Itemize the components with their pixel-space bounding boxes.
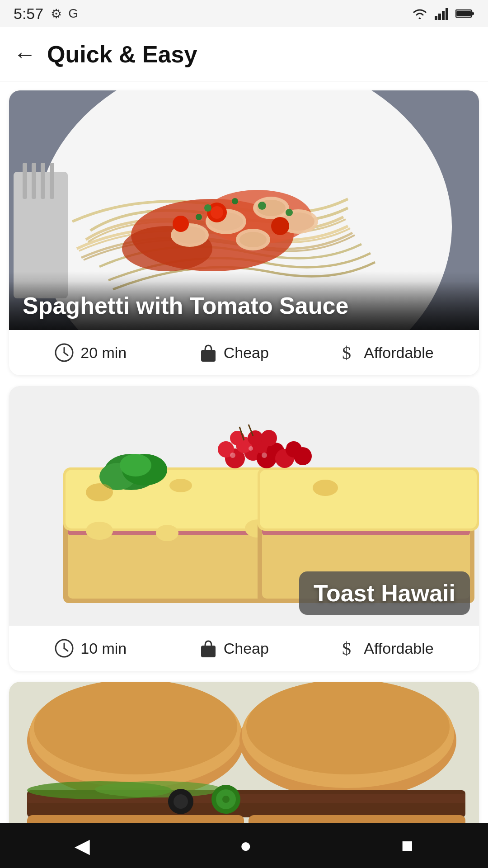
signal-icon bbox=[435, 7, 449, 20]
svg-point-92 bbox=[34, 682, 237, 774]
svg-point-73 bbox=[261, 430, 277, 446]
status-icons-right bbox=[411, 7, 474, 20]
svg-point-35 bbox=[196, 214, 202, 220]
svg-point-78 bbox=[249, 446, 253, 451]
svg-point-32 bbox=[204, 204, 211, 212]
status-time: 5:57 bbox=[14, 5, 43, 23]
meta-time-spaghetti: 20 min bbox=[54, 343, 127, 363]
svg-point-72 bbox=[230, 431, 244, 445]
meta-price-toast: $ Affordable bbox=[341, 638, 433, 658]
page-title: Quick & Easy bbox=[47, 41, 197, 68]
svg-rect-5 bbox=[472, 12, 474, 15]
bottom-nav: ◀ ● ■ bbox=[0, 823, 488, 868]
svg-point-34 bbox=[258, 202, 266, 210]
svg-point-82 bbox=[169, 479, 192, 492]
svg-point-95 bbox=[246, 682, 450, 774]
nav-home-button[interactable]: ● bbox=[239, 834, 252, 857]
svg-rect-41 bbox=[201, 350, 216, 362]
recipe-image-spaghetti: Spaghetti with Tomato Sauce bbox=[9, 90, 479, 330]
svg-point-50 bbox=[86, 522, 113, 540]
scroll-area: Spaghetti with Tomato Sauce 20 min bbox=[0, 81, 488, 854]
svg-rect-57 bbox=[260, 470, 477, 528]
recipe-card-toast[interactable]: Toast Hawaii 10 min C bbox=[9, 386, 479, 671]
status-left: 5:57 ⚙ G bbox=[14, 5, 78, 23]
svg-point-33 bbox=[232, 198, 238, 204]
recipe-image-toast: Toast Hawaii bbox=[9, 386, 479, 626]
cards-container: Spaghetti with Tomato Sauce 20 min bbox=[0, 81, 488, 854]
nav-recents-button[interactable]: ■ bbox=[401, 834, 413, 857]
svg-point-36 bbox=[286, 209, 293, 216]
recipe-card-spaghetti[interactable]: Spaghetti with Tomato Sauce 20 min bbox=[9, 90, 479, 375]
svg-rect-12 bbox=[32, 163, 36, 199]
svg-rect-1 bbox=[438, 14, 441, 20]
recipe-image-burger bbox=[9, 682, 479, 844]
svg-point-31 bbox=[173, 216, 189, 232]
recipe-meta-toast: 10 min Cheap $ Affordable bbox=[9, 626, 479, 671]
dollar-icon-toast: $ bbox=[341, 638, 357, 658]
wifi-icon bbox=[411, 7, 428, 20]
svg-line-86 bbox=[64, 648, 68, 651]
svg-text:$: $ bbox=[342, 638, 351, 658]
svg-point-83 bbox=[313, 480, 338, 496]
svg-point-61 bbox=[120, 454, 151, 476]
svg-point-80 bbox=[282, 444, 287, 448]
bag-icon bbox=[199, 343, 217, 363]
svg-rect-11 bbox=[23, 163, 27, 199]
meta-cost-toast: Cheap bbox=[199, 638, 269, 658]
svg-point-79 bbox=[262, 453, 267, 458]
svg-line-40 bbox=[64, 353, 68, 355]
svg-rect-0 bbox=[435, 16, 437, 20]
settings-icon: ⚙ bbox=[51, 6, 62, 21]
dollar-icon: $ bbox=[341, 343, 357, 363]
clock-icon bbox=[54, 343, 74, 363]
google-icon: G bbox=[68, 6, 78, 21]
back-button[interactable]: ← bbox=[14, 43, 36, 66]
svg-point-104 bbox=[222, 796, 230, 803]
svg-point-29 bbox=[211, 206, 223, 219]
recipe-meta-spaghetti: 20 min Cheap $ Affordable bbox=[9, 330, 479, 375]
svg-point-74 bbox=[294, 447, 312, 465]
burger-image bbox=[9, 682, 479, 844]
battery-icon bbox=[455, 8, 474, 19]
svg-rect-3 bbox=[446, 8, 448, 20]
meta-price-label-spaghetti: Affordable bbox=[364, 344, 433, 362]
status-bar: 5:57 ⚙ G bbox=[0, 0, 488, 27]
svg-rect-87 bbox=[201, 646, 216, 657]
meta-cost-label-toast: Cheap bbox=[224, 640, 269, 657]
meta-cost-label-spaghetti: Cheap bbox=[224, 344, 269, 362]
svg-point-106 bbox=[174, 794, 188, 809]
recipe-card-burger[interactable] bbox=[9, 682, 479, 844]
svg-rect-14 bbox=[50, 163, 54, 199]
app-header: ← Quick & Easy bbox=[0, 27, 488, 81]
status-icons-left: ⚙ G bbox=[51, 6, 78, 21]
meta-time-toast: 10 min bbox=[54, 638, 127, 658]
svg-point-25 bbox=[239, 232, 267, 247]
recipe-title-spaghetti: Spaghetti with Tomato Sauce bbox=[23, 292, 348, 319]
svg-rect-6 bbox=[456, 11, 471, 16]
svg-point-30 bbox=[271, 217, 289, 235]
meta-price-spaghetti: $ Affordable bbox=[341, 343, 433, 363]
meta-time-label-spaghetti: 20 min bbox=[80, 344, 127, 362]
svg-text:$: $ bbox=[342, 343, 351, 363]
svg-point-71 bbox=[248, 430, 263, 446]
svg-point-101 bbox=[95, 781, 221, 797]
bag-icon-toast bbox=[199, 638, 217, 658]
nav-back-button[interactable]: ◀ bbox=[75, 834, 90, 857]
svg-point-81 bbox=[86, 483, 113, 501]
recipe-title-overlay-toast: Toast Hawaii bbox=[299, 571, 470, 615]
recipe-title-overlay-spaghetti: Spaghetti with Tomato Sauce bbox=[9, 281, 479, 330]
svg-rect-2 bbox=[442, 11, 445, 20]
meta-time-label-toast: 10 min bbox=[80, 640, 127, 657]
meta-cost-spaghetti: Cheap bbox=[199, 343, 269, 363]
svg-point-51 bbox=[156, 525, 178, 541]
recipe-title-toast: Toast Hawaii bbox=[314, 580, 455, 606]
meta-price-label-toast: Affordable bbox=[364, 640, 433, 657]
svg-rect-13 bbox=[41, 163, 45, 199]
svg-point-77 bbox=[230, 453, 235, 458]
svg-rect-99 bbox=[239, 794, 465, 803]
clock-icon-toast bbox=[54, 638, 74, 658]
